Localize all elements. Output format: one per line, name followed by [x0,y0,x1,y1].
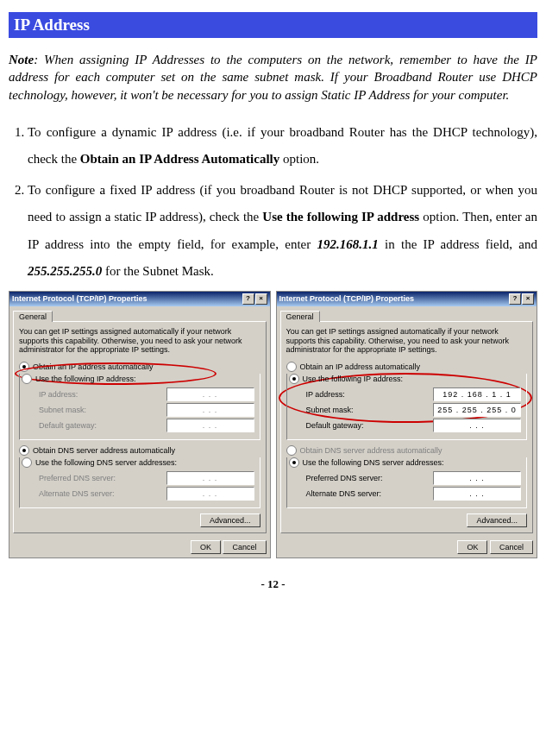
radio-auto-dns[interactable]: Obtain DNS server address automatically [286,445,528,456]
note-paragraph: Note: When assigning IP Addresses to the… [9,51,537,104]
radio-icon [19,445,29,456]
help-icon[interactable]: ? [509,293,521,305]
titlebar: Internet Protocol (TCP/IP) Properties ? … [277,292,537,306]
help-icon[interactable]: ? [242,293,254,305]
titlebar: Internet Protocol (TCP/IP) Properties ? … [9,292,270,306]
ok-button[interactable]: OK [457,540,487,554]
radio-icon [286,362,297,372]
note-label: Note [9,53,34,66]
close-icon[interactable]: × [522,293,534,305]
advanced-button[interactable]: Advanced... [467,513,527,527]
screenshot-row: Internet Protocol (TCP/IP) Properties ? … [9,291,537,558]
radio-auto-dns[interactable]: Obtain DNS server address automatically [19,445,260,456]
radio-use-ip[interactable]: Use the following IP address: [289,374,522,384]
list-item: To configure a fixed IP address (if you … [28,177,537,286]
radio-use-dns[interactable]: Use the following DNS server addresses: [22,457,254,468]
dialog-static: Internet Protocol (TCP/IP) Properties ? … [276,291,538,558]
dialog-title: Internet Protocol (TCP/IP) Properties [12,294,147,303]
subnet-input[interactable]: 255 . 255 . 255 . 0 [433,403,521,417]
ip-group: Use the following IP address: IP address… [19,374,260,440]
window-controls: ? × [242,293,267,305]
field-pref-dns: Preferred DNS server: . . . [39,471,254,485]
tab-bar: General [9,306,270,321]
dialog-auto: Internet Protocol (TCP/IP) Properties ? … [9,291,271,558]
gateway-input: . . . [166,419,254,432]
ok-button[interactable]: OK [191,540,221,554]
intro-text: You can get IP settings assigned automat… [19,327,260,355]
field-subnet: Subnet mask: . . . [39,403,254,417]
dialog-buttons: OK Cancel [277,537,537,558]
dialog-title: Internet Protocol (TCP/IP) Properties [279,294,415,303]
radio-auto-ip[interactable]: Obtain an IP address automatically [19,362,260,372]
radio-use-ip[interactable]: Use the following IP address: [22,374,254,384]
radio-icon [22,457,32,468]
advanced-button[interactable]: Advanced... [200,513,260,527]
dialog-panel: You can get IP settings assigned automat… [13,321,267,533]
field-ip: IP address: . . . [39,387,254,401]
dns-group: Use the following DNS server addresses: … [286,457,528,508]
cancel-button[interactable]: Cancel [223,540,266,554]
alt-dns-input: . . . [166,487,254,501]
field-pref-dns: Preferred DNS server: . . . [306,471,522,485]
radio-icon [289,457,299,468]
intro-text: You can get IP settings assigned automat… [286,327,528,355]
tab-general[interactable]: General [280,311,320,322]
gateway-input[interactable]: . . . [433,419,521,432]
page-number: - 12 - [9,577,537,591]
radio-icon [286,445,297,456]
window-controls: ? × [509,293,534,305]
ip-group: Use the following IP address: IP address… [286,374,528,440]
radio-use-dns[interactable]: Use the following DNS server addresses: [289,457,522,468]
subnet-input: . . . [166,403,254,417]
instruction-list: To configure a dynamic IP address (i.e. … [9,119,537,286]
note-text: : When assigning IP Addresses to the com… [9,53,537,102]
ip-input: . . . [166,387,254,401]
radio-auto-ip[interactable]: Obtain an IP address automatically [286,362,528,372]
tab-bar: General [277,306,537,321]
section-header: IP Address [9,12,537,38]
pref-dns-input[interactable]: . . . [433,471,521,485]
list-item: To configure a dynamic IP address (i.e. … [28,119,537,173]
radio-icon [22,374,32,384]
dialog-buttons: OK Cancel [9,537,270,558]
field-subnet: Subnet mask: 255 . 255 . 255 . 0 [306,403,522,417]
alt-dns-input[interactable]: . . . [433,487,521,501]
field-alt-dns: Alternate DNS server: . . . [39,487,254,501]
dns-group: Use the following DNS server addresses: … [19,457,260,508]
pref-dns-input: . . . [166,471,254,485]
radio-icon [289,374,299,384]
field-alt-dns: Alternate DNS server: . . . [306,487,522,501]
radio-icon [19,362,29,372]
field-gateway: Default gateway: . . . [39,419,254,432]
ip-input[interactable]: 192 . 168 . 1 . 1 [433,387,521,401]
field-gateway: Default gateway: . . . [306,419,522,432]
tab-general[interactable]: General [13,311,53,322]
dialog-panel: You can get IP settings assigned automat… [280,321,534,533]
close-icon[interactable]: × [255,293,267,305]
cancel-button[interactable]: Cancel [490,540,533,554]
field-ip: IP address: 192 . 168 . 1 . 1 [306,387,522,401]
